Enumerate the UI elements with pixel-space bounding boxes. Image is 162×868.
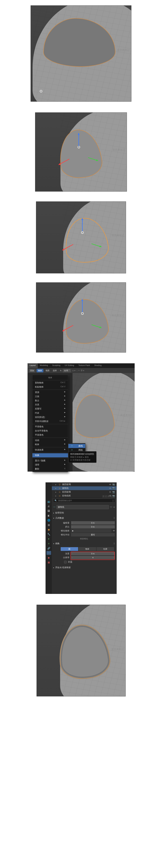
bevel-mode-profile[interactable]: 轮廓 (96, 547, 114, 551)
tab-physics-icon[interactable]: ⚛ (47, 541, 51, 546)
expand-icon[interactable]: ▸ (55, 484, 57, 486)
gizmo-center[interactable] (78, 146, 80, 148)
hide-viewport-icon[interactable]: 👁 (109, 491, 111, 493)
tab-viewlayer-icon[interactable]: 🖼 (47, 509, 51, 513)
expand-icon[interactable]: ▸ (55, 491, 57, 493)
hide-viewport-icon[interactable]: 👁 (109, 487, 111, 490)
viewport-7[interactable] (36, 605, 126, 696)
axis-z-arrow[interactable] (82, 301, 83, 312)
viewport-4[interactable] (36, 282, 126, 352)
outliner-row[interactable]: ▸▽侧挡玻璃👁📷 (52, 483, 116, 486)
menu-item[interactable]: 追踪(轨迹) (32, 415, 68, 419)
expand-icon[interactable]: ▸ (55, 495, 57, 497)
menu-item[interactable]: 复制物体Ctrl C (32, 381, 68, 385)
hide-render-icon[interactable]: 📷 (112, 483, 115, 486)
fill-caps-checkbox[interactable] (64, 561, 66, 563)
outliner-row[interactable]: ▸⊃前挡玻璃👁📷 (52, 490, 116, 494)
panel-menu-icon[interactable]: ⠿ (113, 542, 115, 545)
hide-render-icon[interactable]: 📷 (112, 491, 115, 493)
tab-modifier-icon[interactable]: 🔧 (47, 532, 51, 536)
tab-material-icon[interactable]: ◉ (47, 556, 51, 560)
submenu-item[interactable]: ⊃ 曲线 (69, 444, 85, 448)
add-menu[interactable]: 添加 (29, 369, 35, 372)
tab-layout[interactable]: Layout (28, 363, 38, 368)
tab-uv[interactable]: UV Editing (62, 363, 76, 368)
menu-item[interactable]: 平滑着色 (32, 425, 68, 429)
axis-z-arrow[interactable] (82, 220, 83, 231)
mode-selector[interactable]: 物体 (36, 369, 44, 372)
orientation-dd[interactable]: 全局 ˅ (63, 369, 71, 372)
taper-radius-field[interactable]: 重写˅ (71, 533, 115, 536)
extrude-field[interactable]: ‹0 m› (71, 525, 115, 529)
bevel-mode-object[interactable]: 物体 (78, 547, 96, 551)
tab-particle-icon[interactable]: ✦ (47, 537, 51, 541)
pivot-icon[interactable]: ⸬ ▾ (77, 369, 80, 372)
expand-icon[interactable]: ▸ (55, 488, 57, 489)
tab-object-icon[interactable]: ▣ (47, 528, 51, 531)
tab-sculpting[interactable]: Sculpting (50, 363, 62, 368)
proportional-icon[interactable]: ⦿ ▾ (81, 369, 84, 372)
menu-item[interactable]: 快速效果 (32, 448, 68, 452)
viewport-1[interactable] (31, 5, 131, 102)
menu-item[interactable]: 关系 (32, 403, 68, 407)
hide-render-icon[interactable]: 📷 (112, 495, 115, 497)
orientation-icon[interactable]: ↯ (60, 369, 61, 372)
depth-field[interactable]: ‹0 m› (71, 552, 115, 555)
menu-item[interactable]: 集合 (32, 399, 68, 403)
outliner-row[interactable]: ▸⊃侧饰线👁📷 (52, 486, 116, 490)
tab-modeling[interactable]: Modeling (38, 363, 50, 368)
curve-name-field[interactable]: 侧饰线 (56, 505, 109, 509)
tab-world-icon[interactable]: 🌐 (47, 518, 51, 522)
bevel-mode-round[interactable]: 圆 (60, 547, 79, 551)
hide-render-icon[interactable]: 📷 (112, 487, 115, 490)
tab-shading[interactable]: Shading (92, 363, 104, 368)
menu-item[interactable]: 清理 (32, 463, 68, 467)
menu-item[interactable]: 粘贴物体Ctrl V (32, 385, 68, 389)
menu-item[interactable]: 转换 (32, 453, 68, 457)
section-start-end[interactable]: ▸ 开始 & 结束映射 (53, 565, 115, 570)
unlink-icon[interactable]: ✕ (113, 506, 115, 508)
menu-item[interactable]: 关联/传递数据Ctrl L▸ (32, 419, 68, 424)
menu-item[interactable]: 资源 (32, 390, 68, 395)
view-menu[interactable]: 视图 (45, 369, 51, 372)
resolution-field[interactable]: ‹4› (71, 556, 115, 559)
fake-user-icon[interactable]: 🛡 (110, 506, 112, 508)
data-search[interactable]: 🔍 搜索图像生成中 ⣿ (53, 499, 115, 502)
viewport-2[interactable] (35, 113, 127, 191)
viewport-3[interactable] (36, 202, 126, 273)
eyedropper-icon[interactable]: 👁 (113, 529, 115, 532)
outliner-row[interactable]: ▸⊃前饰线框👁📷 (52, 494, 116, 498)
menu-item[interactable]: 自动平滑着色 (32, 429, 68, 433)
gizmo-origin[interactable] (40, 90, 42, 92)
section-bevel[interactable]: ▾ 倒角 ⠿ (53, 541, 115, 546)
tab-output-icon[interactable]: 🖨 (47, 504, 51, 508)
tab-collection-icon[interactable]: ▥ (47, 523, 51, 527)
axis-z-arrow[interactable] (79, 134, 79, 146)
menu-item[interactable]: 删除X (32, 467, 68, 471)
offset-field[interactable]: ‹0 m› (71, 521, 115, 525)
tab-texture-icon[interactable]: ▦ (47, 560, 51, 564)
menu-item[interactable]: 显示 / 隐藏 (32, 459, 68, 463)
tab-render-icon[interactable]: 📺 (47, 499, 51, 503)
tab-constraint-icon[interactable]: 🔗 (47, 546, 51, 550)
menu-item[interactable]: 库重写 (32, 407, 68, 411)
gizmo-center[interactable] (81, 312, 84, 315)
hide-viewport-icon[interactable]: 👁 (109, 495, 111, 497)
menu-item[interactable]: 刚体 (32, 442, 68, 446)
taper-obj-field[interactable]: ■ (71, 529, 111, 533)
menu-item[interactable]: 平直着色 (32, 433, 68, 437)
panel-menu-icon[interactable]: ⠿ (113, 517, 115, 520)
tab-texpaint[interactable]: Texture Paint (76, 363, 92, 368)
section-texspace[interactable]: ▸ 纹理空间 (53, 510, 115, 516)
tab-curve-data-icon[interactable]: 〰 (47, 551, 51, 555)
menu-item[interactable]: 父级 (32, 395, 68, 399)
filter-icon[interactable]: ⣿ (112, 499, 114, 502)
tab-scene-icon[interactable]: ◧ (47, 514, 51, 518)
section-geometry[interactable]: ▾ 几何数据 ⠿ (53, 516, 115, 521)
gizmo-center[interactable] (81, 231, 84, 234)
snap-icon[interactable]: ⊙ ▾ (72, 369, 75, 372)
menu-item[interactable]: 动画 (32, 438, 68, 442)
hide-viewport-icon[interactable]: 👁 (109, 483, 111, 486)
select-menu[interactable]: 选择 (52, 369, 58, 372)
menu-item[interactable]: 约束 (32, 411, 68, 415)
